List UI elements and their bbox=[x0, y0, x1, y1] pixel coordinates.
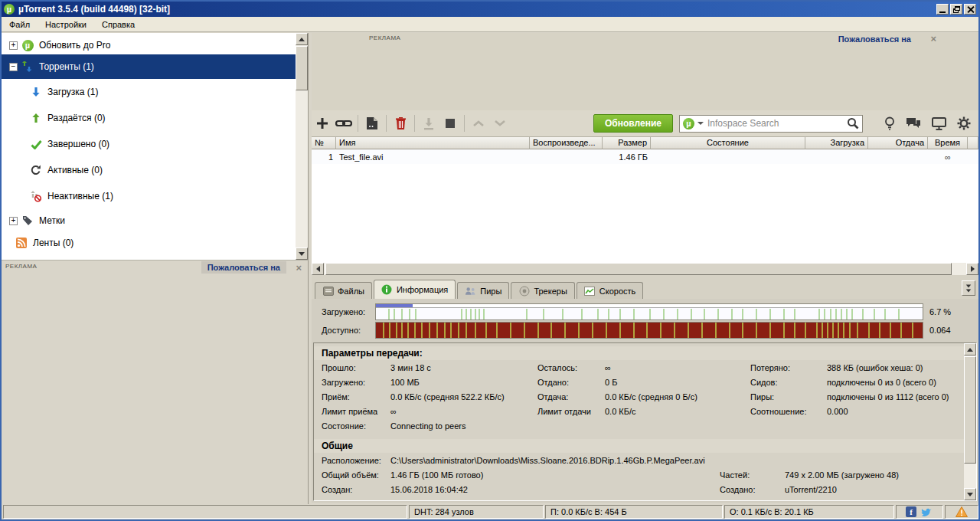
tab-label: Трекеры bbox=[534, 287, 567, 296]
scroll-thumb[interactable] bbox=[296, 46, 308, 90]
rss-icon bbox=[15, 237, 28, 249]
remove-button[interactable] bbox=[390, 113, 411, 133]
tab-info[interactable]: Информация bbox=[374, 280, 456, 299]
list-horizontal-scrollbar[interactable] bbox=[312, 263, 978, 275]
twitter-icon[interactable] bbox=[921, 507, 933, 517]
torrent-row[interactable]: 1 Test_file.avi 1.46 ГБ Подключение к пи… bbox=[312, 149, 978, 164]
minimize-icon bbox=[939, 11, 946, 13]
tab-label: Скорость bbox=[599, 287, 636, 296]
warning-icon[interactable] bbox=[956, 506, 968, 517]
search-input[interactable] bbox=[707, 118, 847, 129]
add-torrent-button[interactable] bbox=[312, 113, 333, 133]
sidebar-item-label: Раздаётся (0) bbox=[47, 113, 106, 123]
info-row: Прошло:3 мин 18 с Осталось:∞ Потеряно:38… bbox=[314, 360, 964, 375]
column-download[interactable]: Загрузка bbox=[805, 137, 868, 149]
info-row: Лимит приёма∞ Лимит отдачи0.0 КБ/с Соотн… bbox=[314, 404, 964, 418]
sidebar-item-torrents[interactable]: − Торренты (1) bbox=[2, 54, 296, 79]
restore-button[interactable] bbox=[950, 4, 962, 15]
ad-report-link[interactable]: Пожаловаться на bbox=[832, 33, 917, 45]
sidebar-item-seeding[interactable]: Раздаётся (0) bbox=[2, 105, 296, 131]
downloaded-strip-fill bbox=[376, 304, 413, 307]
column-name[interactable]: Имя bbox=[336, 137, 530, 149]
torrent-name: Test_file.avi bbox=[336, 152, 530, 162]
expander-icon[interactable]: + bbox=[9, 41, 18, 50]
column-num[interactable]: № bbox=[312, 137, 336, 149]
create-torrent-button[interactable] bbox=[361, 113, 383, 133]
scroll-thumb[interactable] bbox=[964, 356, 976, 464]
scroll-up-button[interactable] bbox=[296, 33, 308, 45]
check-icon bbox=[29, 138, 43, 150]
ad-label: РЕКЛАМА bbox=[369, 34, 400, 41]
settings-gear-icon[interactable] bbox=[957, 116, 971, 130]
column-eta[interactable]: Время bbox=[928, 137, 968, 149]
torrent-eta: ∞ bbox=[928, 152, 968, 162]
transfer-section-title: Параметры передачи: bbox=[314, 346, 964, 360]
expander-icon[interactable]: + bbox=[9, 217, 18, 225]
scroll-left-button[interactable] bbox=[312, 263, 324, 275]
utorrent-app-icon: µ bbox=[4, 4, 15, 15]
sidebar: + µ Обновить до Pro − Торренты (1) Загру… bbox=[2, 33, 309, 260]
sidebar-item-label: Торренты (1) bbox=[39, 61, 94, 72]
sidebar-item-labels[interactable]: + Метки bbox=[2, 209, 296, 232]
start-button[interactable] bbox=[418, 113, 439, 133]
tab-files[interactable]: Файлы bbox=[315, 282, 372, 299]
scroll-down-button[interactable] bbox=[964, 488, 976, 500]
move-up-button[interactable] bbox=[468, 113, 489, 133]
status-upload-rate: О: 0.1 КБ/с В: 20.1 КБ bbox=[724, 505, 894, 519]
sidebar-item-inactive[interactable]: Неактивные (1) bbox=[2, 183, 296, 209]
scroll-up-button[interactable] bbox=[964, 343, 976, 356]
title-bar[interactable]: µ µTorrent 3.5.4 (build 44498) [32-bit] bbox=[2, 2, 978, 17]
available-bar-label: Доступно: bbox=[322, 326, 375, 335]
ad-close-icon[interactable]: × bbox=[296, 262, 302, 274]
tab-label: Пиры bbox=[480, 287, 501, 296]
bulb-icon[interactable] bbox=[884, 116, 895, 130]
scroll-thumb[interactable] bbox=[325, 263, 952, 275]
remote-monitor-icon[interactable] bbox=[932, 117, 946, 130]
sidebar-item-active[interactable]: Активные (0) bbox=[2, 157, 296, 183]
seed-arrow-icon bbox=[29, 112, 43, 124]
sidebar-scrollbar[interactable] bbox=[296, 33, 308, 260]
tab-trackers[interactable]: Трекеры bbox=[511, 282, 574, 299]
close-button[interactable] bbox=[964, 4, 976, 15]
speed-chart-icon bbox=[584, 286, 596, 297]
chat-icon[interactable] bbox=[906, 117, 921, 130]
minimize-button[interactable] bbox=[936, 4, 949, 15]
available-bar-pieces bbox=[375, 322, 923, 339]
status-empty bbox=[3, 505, 407, 519]
move-down-button[interactable] bbox=[489, 113, 511, 133]
scroll-down-button[interactable] bbox=[296, 247, 308, 260]
tab-peers[interactable]: Пиры bbox=[457, 282, 509, 299]
menu-help[interactable]: Справка bbox=[94, 18, 142, 31]
column-size[interactable]: Размер bbox=[603, 137, 651, 149]
sidebar-item-downloading[interactable]: Загрузка (1) bbox=[2, 79, 296, 105]
menu-settings[interactable]: Настройки bbox=[38, 18, 94, 31]
sidebar-item-feeds[interactable]: Ленты (0) bbox=[2, 232, 296, 254]
search-engine-dropdown-icon[interactable] bbox=[697, 122, 704, 125]
tab-label: Информация bbox=[397, 285, 448, 294]
menu-file[interactable]: Файл bbox=[2, 18, 38, 31]
ad-report-link[interactable]: Пожаловаться на bbox=[201, 261, 286, 274]
status-download-rate: П: 0.0 КБ/с В: 454 Б bbox=[545, 505, 723, 519]
column-status[interactable]: Состояние bbox=[651, 137, 805, 149]
sidebar-item-upgrade-pro[interactable]: + µ Обновить до Pro bbox=[2, 33, 296, 54]
sidebar-item-label: Обновить до Pro bbox=[39, 40, 110, 51]
info-scrollbar[interactable] bbox=[964, 343, 976, 500]
collapse-detail-button[interactable] bbox=[962, 280, 975, 296]
window-title: µTorrent 3.5.4 (build 44498) [32-bit] bbox=[18, 4, 170, 15]
collapse-icon[interactable]: − bbox=[9, 63, 18, 71]
ad-close-icon[interactable]: × bbox=[930, 33, 936, 44]
available-value: 0.064 bbox=[923, 326, 968, 335]
update-button[interactable]: Обновление bbox=[593, 114, 673, 133]
add-from-link-button[interactable] bbox=[333, 113, 354, 133]
tab-speed[interactable]: Скорость bbox=[577, 282, 644, 299]
column-upload[interactable]: Отдача bbox=[868, 137, 928, 149]
stop-button[interactable] bbox=[439, 113, 461, 133]
search-box[interactable]: µ bbox=[679, 115, 863, 133]
sidebar-item-completed[interactable]: Завершено (0) bbox=[2, 131, 296, 157]
scroll-right-button[interactable] bbox=[966, 263, 978, 275]
info-row: Приём:0.0 КБ/с (средняя 522.2 КБ/с) Отда… bbox=[314, 389, 964, 404]
search-icon[interactable] bbox=[847, 117, 859, 129]
tab-label: Файлы bbox=[338, 287, 364, 296]
column-played[interactable]: Воспроизведе... bbox=[530, 137, 603, 149]
facebook-icon[interactable]: f bbox=[906, 506, 916, 517]
